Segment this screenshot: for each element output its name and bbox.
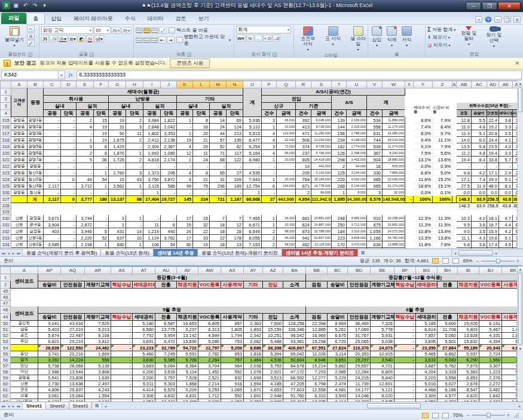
grid-cell[interactable]: 754 [502,375,518,381]
grid-cell[interactable]: 3 [367,189,383,196]
tab-data[interactable]: 데이터 [142,13,170,24]
grid-cell[interactable]: 14,418,000 [311,157,332,163]
workbook-close-icon[interactable]: ✕ [513,16,521,23]
header-cell[interactable]: VOC등록 [198,281,221,289]
grid-cell[interactable]: - [77,130,94,137]
grid-cell[interactable]: - [277,170,296,176]
grid-cell[interactable]: 3 [262,117,277,124]
grid-cell[interactable]: 258.5 [487,196,499,203]
tab-review[interactable]: 검토 [170,13,192,24]
increase-indent-icon[interactable]: ⇥ [167,36,175,44]
header-cell[interactable]: 공동 [210,110,227,117]
header-cell[interactable]: 건수 [262,110,277,117]
grid-cell[interactable]: - [94,163,109,170]
grid-cell[interactable]: - [94,189,109,196]
grid-cell[interactable]: 5,460 [133,351,155,357]
tab-formulas[interactable]: 수식 [119,13,142,24]
header-cell[interactable]: 계량기교체 [371,281,394,289]
grid-cell[interactable]: 20 [193,130,210,137]
grid-cell[interactable]: 64,000 [347,163,367,170]
grid-cell[interactable]: 15 [193,215,210,222]
paste-button[interactable]: 붙여넣기▾ [3,26,26,48]
grid-cell[interactable]: 298 [332,157,347,163]
grid-cell[interactable]: 4,204 [416,369,438,375]
grid-cell[interactable] [457,248,472,249]
grid-cell[interactable]: 124 [227,124,243,130]
column-header[interactable]: D [61,81,77,88]
grid-cell[interactable]: 9.8 [457,241,472,248]
grid-cell[interactable]: 3 [109,215,126,222]
grid-cell[interactable]: 102,000 [277,130,296,137]
grid-cell[interactable]: 2,678 [458,381,479,387]
grid-cell[interactable]: 9,098 [263,399,283,402]
header-cell[interactable]: A/S [332,96,367,110]
header-cell[interactable]: 신규 [262,103,296,110]
grid-cell[interactable]: 19.4 [487,150,499,157]
header-cell[interactable]: VOC등록 [479,314,502,321]
header-cell[interactable]: 공동 [44,110,61,117]
grid-cell[interactable]: 2,497 [85,381,111,387]
grid-cell[interactable]: 15.1% [433,183,452,189]
header-cell[interactable]: 기타 [244,281,263,289]
find-select-button[interactable]: 찾기 및 선택▾ [482,26,506,48]
column-header[interactable]: C [44,81,61,88]
grid-cell[interactable]: 3 [262,143,277,150]
grid-cell[interactable]: 2 [126,137,143,143]
grid-cell[interactable]: 만안 [11,363,38,369]
grid-cell[interactable] [452,248,457,249]
grid-cell[interactable] [452,235,457,241]
grid-cell[interactable]: 0.0 [513,189,518,196]
grid-cell[interactable] [405,137,414,143]
grid-cell[interactable]: 518 [502,393,518,399]
grid-cell[interactable]: - [44,235,61,241]
header-cell[interactable]: 증감률(7월~12월 수식용) [306,274,518,281]
name-box-dropdown-icon[interactable]: ▾ [59,70,65,79]
header-cell[interactable]: 송달비 [328,314,348,321]
row-header[interactable]: 321 [1,157,11,163]
scroll-left-icon[interactable]: ◂ [452,251,458,255]
grid-cell[interactable]: - [61,143,77,150]
grid-cell[interactable] [405,143,414,150]
column-header[interactable]: N [227,81,243,88]
row-header[interactable]: 318 [1,137,11,143]
grid-cell[interactable]: 24,072,000 [383,228,405,235]
grid-cell[interactable]: 48.0 [487,183,499,189]
grid-cell[interactable]: 1 [177,117,193,124]
grid-cell[interactable]: 15,926 [458,321,479,327]
grid-cell[interactable]: 2.6 [513,170,518,176]
grid-cell[interactable]: 4,468 [416,387,438,393]
grid-cell[interactable] [405,183,414,189]
grid-cell[interactable] [11,196,27,203]
underline-icon[interactable]: 가▾ [58,35,68,42]
security-close-icon[interactable]: ✕ [515,60,519,66]
grid-cell[interactable]: - [243,163,262,170]
grid-cell[interactable]: 5,083 [438,357,458,363]
insert-worksheet-icon-bottom[interactable]: ▦ [92,402,102,409]
grid-cell[interactable]: 5.1 [513,157,518,163]
grid-cell[interactable]: 1,223 [479,369,502,375]
page-break-view-icon[interactable] [452,258,459,263]
grid-cell[interactable]: 637 [109,235,126,241]
horizontal-scroll-thumb-bottom[interactable] [367,403,421,409]
grid-cell[interactable]: 15,690 [177,339,198,345]
grid-cell[interactable] [405,241,414,248]
grid-cell[interactable]: 20,298,000 [383,215,405,222]
grid-cell[interactable]: 6.6% [414,170,433,176]
grid-cell[interactable]: 5,778 [371,327,394,333]
grid-cell[interactable]: - [111,393,133,399]
percent-style-icon[interactable]: % [246,35,254,42]
header-cell[interactable]: 사용계약 [513,110,518,117]
grid-cell[interactable]: 66,000 [277,117,296,124]
sort-filter-button[interactable]: 정렬 및 필터▾ [457,26,481,47]
minimize-button[interactable]: ─ [466,2,481,10]
grid-cell[interactable]: 109 [227,176,243,183]
next-sheet-icon-bottom[interactable]: ▸ [13,404,14,408]
grid-cell[interactable]: 5,209 [221,345,244,351]
page-break-view-icon-bottom[interactable] [442,413,449,418]
grid-cell[interactable]: 3,687 [416,363,438,369]
column-header[interactable]: AR [85,267,111,274]
grid-cell[interactable]: 6,720 [328,339,348,345]
grid-cell[interactable]: - [394,339,416,345]
row-header[interactable]: 57 [1,363,11,369]
grid-cell[interactable]: 534 [367,117,383,124]
